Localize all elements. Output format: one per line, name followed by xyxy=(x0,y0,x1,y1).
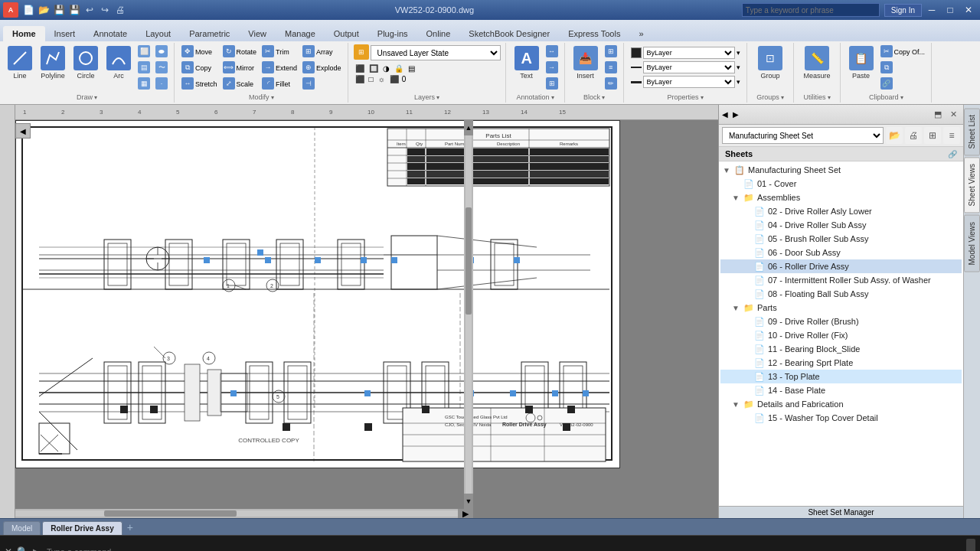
layer-btn2[interactable]: 🔲 xyxy=(368,64,380,73)
scale-button[interactable]: ⤢Scale xyxy=(221,77,259,92)
tree-folder-fab[interactable]: ▼ 📁 Details and Fabrication xyxy=(720,397,962,411)
layer-state-dropdown[interactable]: Unsaved Layer State xyxy=(371,45,501,60)
tree-folder-assemblies[interactable]: ▼ 📁 Assemblies xyxy=(720,191,962,204)
tree-item-08[interactable]: 📄 08 - Floating Ball Sub Assy xyxy=(720,287,962,301)
explode-button[interactable]: ⊕Explode xyxy=(301,60,343,76)
table-button[interactable]: ⊞ xyxy=(544,77,560,92)
panel-nav-prev[interactable]: ◀ xyxy=(722,110,728,119)
create-block-button[interactable]: ⊞ xyxy=(603,44,619,60)
qa-save-as[interactable]: 💾 xyxy=(67,3,81,17)
sheet-open-button[interactable]: 📂 xyxy=(886,127,903,144)
fillet-button[interactable]: ◜Fillet xyxy=(260,77,299,92)
annotation-group-arrow[interactable]: ▾ xyxy=(551,94,554,101)
cmd-close-button[interactable]: ✕ xyxy=(5,546,12,552)
sheet-print-button[interactable]: 🖨 xyxy=(905,127,922,144)
tree-item-06b[interactable]: 📄 06 - Roller Drive Assy xyxy=(720,259,962,273)
arc-button[interactable]: Arc xyxy=(103,44,134,81)
vscrollbar[interactable]: ▲ ▼ xyxy=(464,120,473,509)
tree-item-02[interactable]: 📄 02 - Drive Roller Asly Lower xyxy=(720,204,962,218)
restore-button[interactable]: □ xyxy=(942,3,959,17)
groups-group-arrow[interactable]: ▾ xyxy=(781,94,784,101)
close-button[interactable]: ✕ xyxy=(960,3,977,17)
panel-nav-next[interactable]: ▶ xyxy=(733,110,739,119)
stretch-button[interactable]: ↔Stretch xyxy=(180,77,219,92)
tree-item-11[interactable]: 📄 11 - Bearing Block_Slide xyxy=(720,342,962,356)
layer-btn6[interactable]: ⬛ xyxy=(354,74,366,84)
hatch-button[interactable]: ▤ xyxy=(136,60,152,76)
gradient-button[interactable]: ▦ xyxy=(136,77,152,92)
linear-dim-button[interactable]: ↔ xyxy=(544,44,560,60)
tree-item-01[interactable]: ▶ 📄 01 - Cover xyxy=(720,177,962,191)
sheet-menu-button[interactable]: ≡ xyxy=(943,127,960,144)
draw-group-arrow[interactable]: ▾ xyxy=(94,94,97,101)
hscroll-right[interactable]: ▶ xyxy=(458,509,473,518)
drawing-area[interactable]: 1 2 3 4 5 6 7 8 9 10 11 12 13 14 15 xyxy=(0,105,718,518)
measure-button[interactable]: 📏 Measure xyxy=(801,44,834,81)
tab-plugins[interactable]: Plug-ins xyxy=(368,26,417,41)
cut-button[interactable]: ✂Copy Of... xyxy=(879,44,927,60)
break-button[interactable]: ⊣ xyxy=(301,77,343,92)
utilities-group-arrow[interactable]: ▾ xyxy=(828,94,831,101)
paste-button[interactable]: 📋 Paste xyxy=(846,44,877,81)
define-attr-button[interactable]: ≡ xyxy=(603,60,619,76)
minimize-button[interactable]: ─ xyxy=(923,3,940,17)
panel-float-button[interactable]: ⬒ xyxy=(931,108,945,122)
vscroll-down[interactable]: ▼ xyxy=(464,494,473,509)
leader-button[interactable]: → xyxy=(544,60,560,76)
point-button[interactable]: · xyxy=(154,77,169,92)
tree-item-05[interactable]: 📄 05 - Brush Roller Sub Assy xyxy=(720,232,962,246)
line-button[interactable]: Line xyxy=(5,44,35,81)
hscroll-thumb[interactable] xyxy=(104,510,237,517)
tree-item-10[interactable]: 📄 10 - Drive Roller (Fix) xyxy=(720,328,962,342)
ellipse-button[interactable]: ⬬ xyxy=(154,44,169,60)
tab-model[interactable]: Model xyxy=(3,521,41,535)
text-button[interactable]: A Text xyxy=(511,44,542,81)
lineweight-dropdown[interactable]: ByLayer xyxy=(643,76,735,88)
tab-sketchbook[interactable]: SketchBook Designer xyxy=(459,26,559,41)
tab-view[interactable]: View xyxy=(239,26,276,41)
layer-btn9[interactable]: ⬛ xyxy=(388,74,400,84)
tab-more[interactable]: » xyxy=(629,26,652,41)
rectangle-button[interactable]: ⬜ xyxy=(136,44,152,60)
tree-item-12[interactable]: 📄 12 - Bearing Sprt Plate xyxy=(720,356,962,370)
layer-btn5[interactable]: ▤ xyxy=(407,64,416,73)
tab-home[interactable]: Home xyxy=(3,26,45,41)
sheet-view-button[interactable]: ⊞ xyxy=(924,127,941,144)
layers-group-arrow[interactable]: ▾ xyxy=(436,94,439,101)
linetype-dropdown-arrow[interactable]: ▾ xyxy=(737,64,740,71)
tab-output[interactable]: Output xyxy=(325,26,368,41)
side-tab-sheet-list[interactable]: Sheet List xyxy=(964,108,980,155)
parts-expand[interactable]: ▼ xyxy=(731,303,740,312)
layer-btn7[interactable]: □ xyxy=(368,74,375,84)
insert-button[interactable]: 📥 Insert xyxy=(570,44,601,81)
linetype-dropdown[interactable]: ByLayer xyxy=(643,61,735,73)
qa-redo[interactable]: ↪ xyxy=(98,3,112,17)
qa-save[interactable]: 💾 xyxy=(52,3,66,17)
tree-item-07[interactable]: 📄 07 - Intermittent Roller Sub Assy. of … xyxy=(720,273,962,287)
extend-button[interactable]: →Extend xyxy=(260,60,299,76)
side-tab-sheet-views[interactable]: Sheet Views xyxy=(964,157,980,213)
copyobj-button[interactable]: ⧉ xyxy=(879,60,927,76)
tree-item-15[interactable]: 📄 15 - Washer Top Cover Detail xyxy=(720,411,962,425)
modify-group-arrow[interactable]: ▾ xyxy=(271,94,274,101)
clipboard-group-arrow[interactable]: ▾ xyxy=(900,94,903,101)
circle-button[interactable]: Circle xyxy=(70,44,101,81)
sheet-set-dropdown[interactable]: Manufacturing Sheet Set xyxy=(722,127,884,144)
hscrollbar[interactable]: ◀ ▶ xyxy=(0,509,473,518)
layer-btn1[interactable]: ⬛ xyxy=(354,64,366,73)
sheets-collapse-button[interactable]: 🔗 xyxy=(948,150,957,158)
tree-folder-parts[interactable]: ▼ 📁 Parts xyxy=(720,301,962,315)
tab-roller-drive[interactable]: Roller Drive Assy xyxy=(42,521,122,535)
color-dropdown-arrow[interactable]: ▾ xyxy=(737,49,740,57)
cmd-vscroll[interactable] xyxy=(966,539,975,551)
properties-group-arrow[interactable]: ▾ xyxy=(701,94,704,101)
assemblies-expand[interactable]: ▼ xyxy=(731,193,740,202)
block-group-arrow[interactable]: ▾ xyxy=(602,94,605,101)
lineweight-dropdown-arrow[interactable]: ▾ xyxy=(737,78,740,86)
fab-expand[interactable]: ▼ xyxy=(731,399,740,409)
trim-button[interactable]: ✂Trim xyxy=(260,44,299,60)
tree-item-04[interactable]: 📄 04 - Drive Roller Sub Assy xyxy=(720,218,962,232)
array-button[interactable]: ⊞Array xyxy=(301,44,343,60)
side-tab-model-views[interactable]: Model Views xyxy=(964,215,980,272)
copylink-button[interactable]: 🔗 xyxy=(879,77,927,92)
